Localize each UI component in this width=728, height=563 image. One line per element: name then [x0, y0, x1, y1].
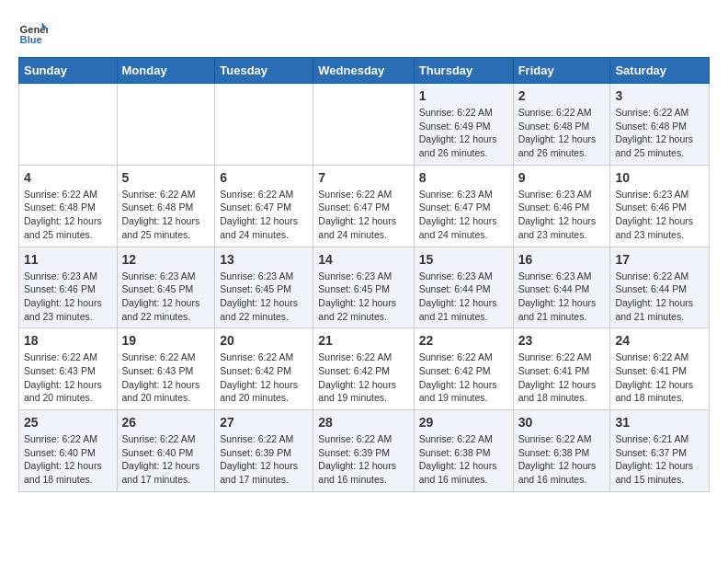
day-of-week-header: Saturday: [610, 58, 710, 84]
calendar-cell: 9Sunrise: 6:23 AM Sunset: 6:46 PM Daylig…: [513, 165, 610, 247]
day-number: 20: [220, 333, 308, 348]
calendar-cell: [19, 84, 118, 166]
calendar-cell: 13Sunrise: 6:23 AM Sunset: 6:45 PM Dayli…: [215, 247, 313, 328]
day-number: 3: [615, 88, 704, 103]
day-number: 24: [615, 333, 704, 348]
day-number: 15: [419, 252, 508, 267]
day-number: 1: [419, 88, 508, 103]
day-number: 9: [518, 170, 606, 185]
calendar-cell: [215, 84, 313, 166]
day-number: 7: [318, 170, 408, 185]
day-info-text: Sunrise: 6:22 AM Sunset: 6:38 PM Dayligh…: [419, 432, 508, 487]
day-number: 5: [122, 170, 210, 185]
calendar-cell: 28Sunrise: 6:22 AM Sunset: 6:39 PM Dayli…: [313, 410, 414, 492]
day-number: 17: [615, 252, 704, 267]
calendar-cell: 8Sunrise: 6:23 AM Sunset: 6:47 PM Daylig…: [414, 165, 513, 247]
calendar-cell: 20Sunrise: 6:22 AM Sunset: 6:42 PM Dayli…: [215, 328, 313, 410]
day-info-text: Sunrise: 6:22 AM Sunset: 6:41 PM Dayligh…: [615, 350, 704, 405]
day-number: 28: [318, 415, 408, 430]
day-number: 11: [24, 252, 112, 267]
day-number: 16: [518, 252, 606, 267]
day-info-text: Sunrise: 6:23 AM Sunset: 6:47 PM Dayligh…: [419, 188, 508, 242]
calendar-cell: 1Sunrise: 6:22 AM Sunset: 6:49 PM Daylig…: [414, 84, 513, 166]
calendar-cell: 16Sunrise: 6:23 AM Sunset: 6:44 PM Dayli…: [513, 247, 610, 328]
calendar-cell: 6Sunrise: 6:22 AM Sunset: 6:47 PM Daylig…: [215, 165, 313, 247]
day-info-text: Sunrise: 6:22 AM Sunset: 6:47 PM Dayligh…: [318, 188, 408, 242]
calendar-week-row: 25Sunrise: 6:22 AM Sunset: 6:40 PM Dayli…: [19, 410, 710, 492]
day-of-week-header: Friday: [513, 58, 610, 84]
day-info-text: Sunrise: 6:22 AM Sunset: 6:47 PM Dayligh…: [220, 188, 308, 242]
day-number: 18: [24, 333, 112, 348]
day-info-text: Sunrise: 6:23 AM Sunset: 6:45 PM Dayligh…: [220, 270, 308, 324]
calendar-table: SundayMondayTuesdayWednesdayThursdayFrid…: [18, 57, 710, 492]
day-number: 30: [518, 415, 606, 430]
day-of-week-header: Monday: [117, 58, 215, 84]
day-info-text: Sunrise: 6:23 AM Sunset: 6:44 PM Dayligh…: [518, 270, 606, 324]
day-info-text: Sunrise: 6:22 AM Sunset: 6:43 PM Dayligh…: [122, 350, 210, 405]
day-info-text: Sunrise: 6:22 AM Sunset: 6:38 PM Dayligh…: [518, 432, 606, 487]
day-info-text: Sunrise: 6:23 AM Sunset: 6:45 PM Dayligh…: [122, 270, 210, 324]
calendar-cell: [313, 84, 414, 166]
day-number: 10: [615, 170, 704, 185]
day-number: 6: [220, 170, 308, 185]
day-info-text: Sunrise: 6:22 AM Sunset: 6:48 PM Dayligh…: [518, 106, 606, 160]
day-number: 23: [518, 333, 606, 348]
calendar-cell: 24Sunrise: 6:22 AM Sunset: 6:41 PM Dayli…: [610, 328, 710, 410]
day-of-week-header: Thursday: [414, 58, 513, 84]
calendar-cell: 15Sunrise: 6:23 AM Sunset: 6:44 PM Dayli…: [414, 247, 513, 328]
calendar-cell: 12Sunrise: 6:23 AM Sunset: 6:45 PM Dayli…: [117, 247, 215, 328]
calendar-header-row: SundayMondayTuesdayWednesdayThursdayFrid…: [19, 58, 710, 84]
day-info-text: Sunrise: 6:22 AM Sunset: 6:40 PM Dayligh…: [24, 432, 112, 487]
svg-text:Blue: Blue: [20, 34, 42, 45]
day-number: 13: [220, 252, 308, 267]
day-info-text: Sunrise: 6:23 AM Sunset: 6:45 PM Dayligh…: [318, 270, 408, 324]
calendar-cell: [117, 84, 215, 166]
day-info-text: Sunrise: 6:22 AM Sunset: 6:40 PM Dayligh…: [122, 432, 210, 487]
day-number: 4: [24, 170, 112, 185]
day-of-week-header: Wednesday: [313, 58, 414, 84]
day-info-text: Sunrise: 6:22 AM Sunset: 6:39 PM Dayligh…: [220, 432, 308, 487]
day-number: 25: [24, 415, 112, 430]
day-info-text: Sunrise: 6:22 AM Sunset: 6:48 PM Dayligh…: [122, 188, 210, 242]
calendar-cell: 23Sunrise: 6:22 AM Sunset: 6:41 PM Dayli…: [513, 328, 610, 410]
day-info-text: Sunrise: 6:23 AM Sunset: 6:44 PM Dayligh…: [419, 270, 508, 324]
day-info-text: Sunrise: 6:23 AM Sunset: 6:46 PM Dayligh…: [24, 270, 112, 324]
day-number: 29: [419, 415, 508, 430]
calendar-week-row: 18Sunrise: 6:22 AM Sunset: 6:43 PM Dayli…: [19, 328, 710, 410]
day-number: 19: [122, 333, 210, 348]
day-number: 27: [220, 415, 308, 430]
logo: General Blue: [18, 18, 55, 48]
day-number: 12: [122, 252, 210, 267]
calendar-cell: 22Sunrise: 6:22 AM Sunset: 6:42 PM Dayli…: [414, 328, 513, 410]
logo-icon: General Blue: [18, 18, 48, 48]
calendar-cell: 31Sunrise: 6:21 AM Sunset: 6:37 PM Dayli…: [610, 410, 710, 492]
day-info-text: Sunrise: 6:22 AM Sunset: 6:49 PM Dayligh…: [419, 106, 508, 160]
calendar-cell: 2Sunrise: 6:22 AM Sunset: 6:48 PM Daylig…: [513, 84, 610, 166]
day-number: 26: [122, 415, 210, 430]
calendar-week-row: 4Sunrise: 6:22 AM Sunset: 6:48 PM Daylig…: [19, 165, 710, 247]
day-info-text: Sunrise: 6:22 AM Sunset: 6:43 PM Dayligh…: [24, 350, 112, 405]
day-info-text: Sunrise: 6:22 AM Sunset: 6:42 PM Dayligh…: [220, 350, 308, 405]
calendar-cell: 7Sunrise: 6:22 AM Sunset: 6:47 PM Daylig…: [313, 165, 414, 247]
day-info-text: Sunrise: 6:23 AM Sunset: 6:46 PM Dayligh…: [615, 188, 704, 242]
day-number: 21: [318, 333, 408, 348]
calendar-cell: 18Sunrise: 6:22 AM Sunset: 6:43 PM Dayli…: [19, 328, 118, 410]
day-info-text: Sunrise: 6:22 AM Sunset: 6:42 PM Dayligh…: [318, 350, 408, 405]
day-of-week-header: Sunday: [19, 58, 118, 84]
day-info-text: Sunrise: 6:23 AM Sunset: 6:46 PM Dayligh…: [518, 188, 606, 242]
day-number: 31: [615, 415, 704, 430]
day-number: 2: [518, 88, 606, 103]
calendar-cell: 25Sunrise: 6:22 AM Sunset: 6:40 PM Dayli…: [19, 410, 118, 492]
day-info-text: Sunrise: 6:22 AM Sunset: 6:39 PM Dayligh…: [318, 432, 408, 487]
calendar-cell: 19Sunrise: 6:22 AM Sunset: 6:43 PM Dayli…: [117, 328, 215, 410]
calendar-cell: 21Sunrise: 6:22 AM Sunset: 6:42 PM Dayli…: [313, 328, 414, 410]
calendar-cell: 4Sunrise: 6:22 AM Sunset: 6:48 PM Daylig…: [19, 165, 118, 247]
day-info-text: Sunrise: 6:22 AM Sunset: 6:48 PM Dayligh…: [615, 106, 704, 160]
day-info-text: Sunrise: 6:22 AM Sunset: 6:42 PM Dayligh…: [419, 350, 508, 405]
calendar-cell: 14Sunrise: 6:23 AM Sunset: 6:45 PM Dayli…: [313, 247, 414, 328]
calendar-week-row: 1Sunrise: 6:22 AM Sunset: 6:49 PM Daylig…: [19, 84, 710, 166]
calendar-cell: 5Sunrise: 6:22 AM Sunset: 6:48 PM Daylig…: [117, 165, 215, 247]
calendar-cell: 26Sunrise: 6:22 AM Sunset: 6:40 PM Dayli…: [117, 410, 215, 492]
calendar-cell: 10Sunrise: 6:23 AM Sunset: 6:46 PM Dayli…: [610, 165, 710, 247]
calendar-cell: 29Sunrise: 6:22 AM Sunset: 6:38 PM Dayli…: [414, 410, 513, 492]
